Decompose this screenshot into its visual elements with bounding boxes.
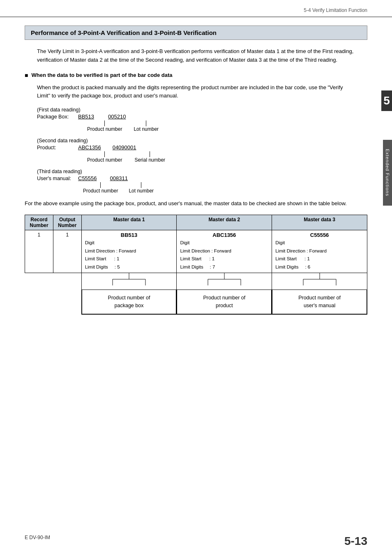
master2-detail: Digit Limit Direction : Forward Limit St… — [180, 239, 268, 271]
header-text: 5-4 Verify Limitation Function — [304, 7, 367, 13]
page: 5-4 Verify Limitation Function Extended … — [0, 0, 392, 556]
second-barcode-line: Product: ABC1356 04090001 — [37, 144, 355, 151]
third-annot-2: Lot number — [129, 188, 154, 194]
master1-cell: BB513 Digit Limit Direction : Forward Li… — [81, 230, 177, 273]
master3-cell: C55556 Digit Limit Direction : Forward L… — [272, 230, 367, 273]
diagram-area: (First data reading) Package Box: BB513 … — [37, 107, 355, 194]
third-codes: C55556 008311 — [78, 175, 128, 181]
third-barcode-line: User's manual: C55556 008311 — [37, 175, 355, 181]
first-code-2: 005210 — [108, 114, 126, 120]
page-footer: E DV-90-IM 5-13 — [0, 535, 392, 548]
third-code-2: 008311 — [110, 175, 128, 181]
master2-cell: ABC1356 Digit Limit Direction : Forward … — [177, 230, 272, 273]
second-reading-label: (Second data reading) — [37, 138, 355, 144]
bracket-svg-3 — [295, 273, 344, 290]
table-row: 1 1 BB513 Digit Limit Direction : Forwar… — [25, 230, 367, 273]
master3-code: C55556 — [275, 232, 364, 239]
annot-box-1: Product number ofpackage box — [82, 290, 177, 314]
master3-detail: Digit Limit Direction : Forward Limit St… — [275, 239, 364, 271]
annot-box-3: Product number ofuser's manual — [272, 290, 367, 314]
footer-right: 5-13 — [344, 535, 367, 548]
main-table: RecordNumber OutputNumber Master data 1 … — [25, 215, 367, 315]
th-master2: Master data 2 — [177, 215, 272, 230]
subsection-title: When the data to be verified is part of … — [25, 72, 367, 79]
first-code-1: BB513 — [78, 114, 94, 120]
chapter-tab: 5 — [381, 90, 392, 111]
master2-code: ABC1356 — [180, 232, 268, 239]
third-annot-1: Product number — [83, 188, 118, 194]
third-reading: (Third data reading) User's manual: C555… — [37, 169, 355, 194]
main-content: Performance of 3-Point-A Verification an… — [0, 17, 392, 327]
th-master3: Master data 3 — [272, 215, 367, 230]
third-code-1: C55556 — [78, 175, 97, 181]
first-barcode-line: Package Box: BB513 005210 — [37, 114, 355, 120]
third-prefix: User's manual: — [37, 176, 78, 181]
record-number: 1 — [25, 230, 53, 273]
bracket-svg-1 — [104, 273, 154, 290]
first-codes: BB513 005210 — [78, 114, 126, 120]
first-annot-2: Lot number — [134, 126, 159, 132]
intro-text: The Verify Limit in 3-point-A verificati… — [37, 47, 355, 65]
annot-box-2: Product number ofproduct — [177, 290, 272, 314]
annotation-row: Product number ofpackage box — [25, 273, 367, 315]
output-number: 1 — [53, 230, 81, 273]
second-code-2: 04090001 — [113, 144, 136, 151]
second-reading: (Second data reading) Product: ABC1356 0… — [37, 138, 355, 163]
th-output: OutputNumber — [53, 215, 81, 230]
second-codes: ABC1356 04090001 — [78, 144, 136, 151]
page-header: 5-4 Verify Limitation Function — [0, 0, 392, 17]
second-code-1: ABC1356 — [78, 144, 101, 151]
first-reading-label: (First data reading) — [37, 107, 355, 113]
second-annot-2: Serial number — [134, 157, 165, 163]
section-title: Performance of 3-Point-A Verification an… — [25, 25, 367, 40]
th-record: RecordNumber — [25, 215, 53, 230]
master1-code: BB513 — [85, 232, 173, 239]
first-prefix: Package Box: — [37, 114, 78, 120]
first-annot-1: Product number — [87, 126, 122, 132]
side-tab-label: Extended Functions — [385, 149, 390, 196]
th-master1: Master data 1 — [81, 215, 177, 230]
bracket-svg-2 — [200, 273, 249, 290]
second-prefix: Product: — [37, 145, 78, 151]
above-table-text: For the above example using the package … — [25, 199, 367, 208]
table-section: RecordNumber OutputNumber Master data 1 … — [25, 215, 367, 315]
first-reading: (First data reading) Package Box: BB513 … — [37, 107, 355, 132]
subsection-text: When the product is packed manually and … — [37, 83, 355, 101]
second-annot-1: Product number — [87, 157, 122, 163]
side-tab: Extended Functions — [383, 140, 392, 206]
footer-left: E DV-90-IM — [25, 535, 50, 548]
master1-detail: Digit Limit Direction : Forward Limit St… — [85, 239, 173, 271]
third-reading-label: (Third data reading) — [37, 169, 355, 174]
